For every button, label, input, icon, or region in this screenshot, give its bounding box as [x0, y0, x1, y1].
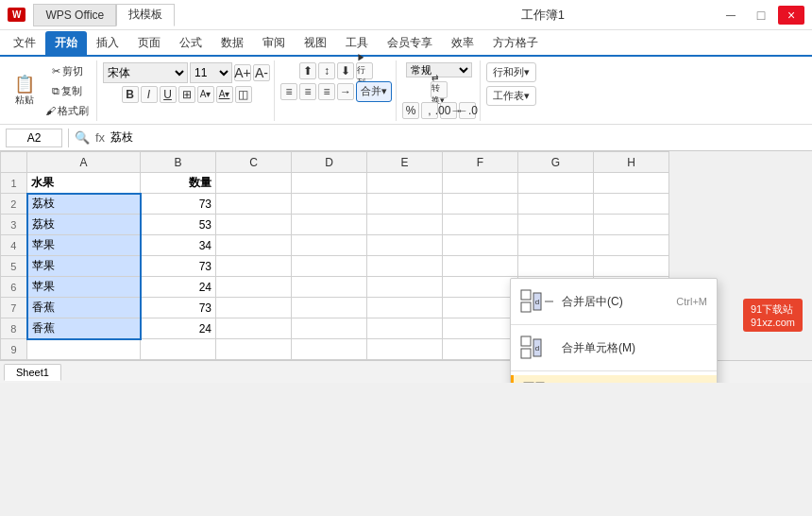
cell-f3[interactable]: [443, 215, 518, 235]
cell-a4[interactable]: 苹果: [27, 235, 141, 256]
tab-review[interactable]: 审阅: [253, 31, 295, 55]
decrease-decimal-button[interactable]: ←.0: [459, 102, 476, 119]
col-header-f[interactable]: F: [443, 152, 518, 173]
paste-button[interactable]: 📋 粘贴: [9, 74, 40, 109]
cell-c4[interactable]: [216, 235, 292, 256]
cell-b3[interactable]: 53: [141, 215, 216, 235]
merge-button[interactable]: 合并▾: [356, 81, 392, 102]
cell-a8[interactable]: 香蕉: [27, 318, 141, 339]
close-button[interactable]: ×: [778, 6, 804, 25]
cell-a1[interactable]: 水果: [27, 173, 141, 194]
font-color-button[interactable]: A▾: [216, 86, 233, 103]
cell-c3[interactable]: [216, 215, 292, 235]
cell-a5[interactable]: 苹果: [27, 256, 141, 277]
minimize-button[interactable]: ─: [718, 6, 744, 25]
cell-h3[interactable]: [594, 215, 669, 235]
percent-button[interactable]: %: [402, 102, 419, 119]
cell-f4[interactable]: [443, 235, 518, 256]
menu-item-merge-center[interactable]: d 合并居中(C) Ctrl+M: [511, 283, 717, 320]
font-grow-button[interactable]: A+: [234, 64, 251, 81]
formula-input[interactable]: [110, 131, 806, 145]
indent-button[interactable]: →: [337, 83, 354, 100]
cell-d7[interactable]: [292, 298, 367, 318]
cell-e7[interactable]: [367, 298, 443, 318]
cell-f8[interactable]: [443, 318, 518, 339]
cell-e9[interactable]: [367, 339, 443, 360]
cell-b2[interactable]: 73: [141, 194, 216, 215]
tab-file[interactable]: 文件: [4, 31, 45, 55]
tab-data[interactable]: 数据: [211, 31, 253, 55]
border-button[interactable]: ⊞: [178, 86, 195, 103]
cell-c5[interactable]: [216, 256, 292, 277]
cell-b8[interactable]: 24: [141, 318, 216, 339]
align-bottom-button[interactable]: ⬇: [337, 62, 354, 79]
cell-b5[interactable]: 73: [141, 256, 216, 277]
title-tab-template[interactable]: 找模板: [116, 4, 175, 26]
tab-insert[interactable]: 插入: [87, 31, 128, 55]
convert-button[interactable]: ⇄转换▾: [431, 81, 448, 98]
cell-e4[interactable]: [367, 235, 443, 256]
align-left-button[interactable]: ≡: [280, 83, 297, 100]
cell-d1[interactable]: [292, 173, 367, 194]
cell-e1[interactable]: [367, 173, 443, 194]
italic-button[interactable]: I: [141, 86, 158, 103]
cell-c2[interactable]: [216, 194, 292, 215]
wrap-text-button[interactable]: ▶行列: [356, 62, 373, 79]
cell-f1[interactable]: [443, 173, 518, 194]
cell-c7[interactable]: [216, 298, 292, 318]
cell-e2[interactable]: [367, 194, 443, 215]
erase-button[interactable]: ◫: [235, 86, 252, 103]
format-paint-button[interactable]: 🖌 格式刷: [42, 102, 93, 120]
cell-d5[interactable]: [292, 256, 367, 277]
cell-h5[interactable]: [594, 256, 669, 277]
font-family-select[interactable]: 宋体: [103, 62, 188, 83]
bold-button[interactable]: B: [122, 86, 139, 103]
tab-efficiency[interactable]: 效率: [442, 31, 483, 55]
tab-home[interactable]: 开始: [45, 31, 87, 55]
cell-g2[interactable]: [518, 194, 594, 215]
cell-reference-input[interactable]: [6, 129, 62, 147]
title-tab-wps[interactable]: WPS Office: [33, 4, 116, 26]
cell-c8[interactable]: [216, 318, 292, 339]
increase-decimal-button[interactable]: .00→: [440, 102, 457, 119]
font-shrink-button[interactable]: A-: [253, 64, 270, 81]
sheet-tab-sheet1[interactable]: Sheet1: [4, 364, 61, 381]
cell-f5[interactable]: [443, 256, 518, 277]
menu-item-merge-cells[interactable]: d 合并单元格(M): [511, 329, 717, 367]
cell-a9[interactable]: [27, 339, 141, 360]
cell-b1[interactable]: 数量: [141, 173, 216, 194]
align-right-button[interactable]: ≡: [318, 83, 335, 100]
tab-view[interactable]: 视图: [295, 31, 336, 55]
underline-button[interactable]: U: [160, 86, 177, 103]
cell-e3[interactable]: [367, 215, 443, 235]
cell-a7[interactable]: 香蕉: [27, 298, 141, 318]
cell-f2[interactable]: [443, 194, 518, 215]
font-size-select[interactable]: 11: [190, 62, 232, 83]
cell-d4[interactable]: [292, 235, 367, 256]
cell-e8[interactable]: [367, 318, 443, 339]
cell-c9[interactable]: [216, 339, 292, 360]
cell-b4[interactable]: 34: [141, 235, 216, 256]
col-header-d[interactable]: D: [292, 152, 367, 173]
fill-color-button[interactable]: A▾: [197, 86, 214, 103]
col-header-c[interactable]: C: [216, 152, 292, 173]
col-header-h[interactable]: H: [594, 152, 669, 173]
cell-f6[interactable]: [443, 277, 518, 298]
worksheet-button[interactable]: 工作表▾: [486, 86, 536, 106]
cell-b6[interactable]: 24: [141, 277, 216, 298]
cell-a6[interactable]: 苹果: [27, 277, 141, 298]
tab-fangge[interactable]: 方方格子: [483, 31, 548, 55]
cell-b7[interactable]: 73: [141, 298, 216, 318]
cell-g4[interactable]: [518, 235, 594, 256]
align-top-button[interactable]: ⬆: [299, 62, 316, 79]
cell-d3[interactable]: [292, 215, 367, 235]
tab-membership[interactable]: 会员专享: [378, 31, 442, 55]
maximize-button[interactable]: □: [748, 6, 774, 25]
col-header-b[interactable]: B: [141, 152, 216, 173]
cut-button[interactable]: ✂ 剪切: [42, 62, 93, 80]
align-center-button[interactable]: ≡: [299, 83, 316, 100]
search-formula-icon[interactable]: 🔍: [75, 130, 90, 145]
cell-d2[interactable]: [292, 194, 367, 215]
cell-h2[interactable]: [594, 194, 669, 215]
col-header-g[interactable]: G: [518, 152, 594, 173]
